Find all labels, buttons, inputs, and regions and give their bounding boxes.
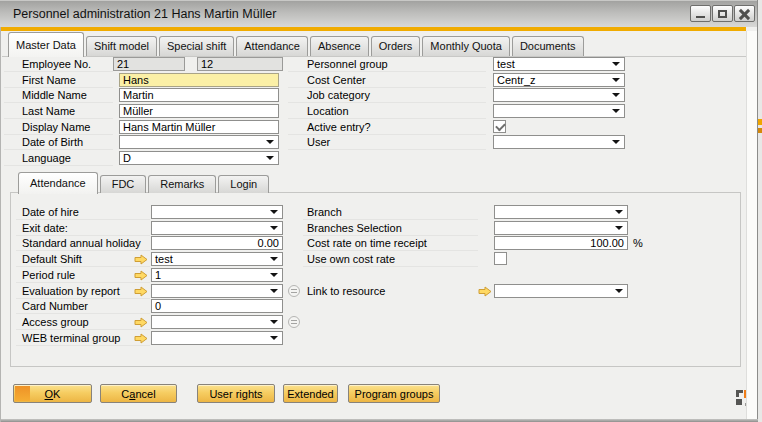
tab-documents[interactable]: Documents (512, 36, 584, 56)
default-shift-label: Default Shift (16, 251, 150, 267)
employee-no-label: Employee No. (4, 56, 113, 72)
window-left-border (0, 27, 1, 422)
date-of-birth-label: Date of Birth (4, 134, 113, 150)
last-name-label: Last Name (4, 103, 113, 119)
card-number-label: Card Number (16, 298, 150, 314)
link-arrow-icon (134, 333, 148, 344)
dropdown-arrow-icon (270, 320, 278, 324)
title-bar[interactable]: Personnel administration 21 Hans Martin … (0, 0, 758, 27)
personnel-group-select[interactable]: test (493, 57, 625, 71)
link-to-resource-label: Link to resource (303, 283, 478, 299)
exit-date-select[interactable] (151, 221, 283, 235)
list-icon (291, 320, 297, 321)
job-category-label: Job category (288, 87, 486, 103)
minimize-button[interactable] (690, 5, 711, 22)
location-label: Location (288, 103, 486, 119)
user-label: User (288, 134, 486, 150)
user-select[interactable] (493, 135, 625, 149)
background-artifact (758, 119, 762, 125)
period-rule-link-arrow[interactable] (133, 268, 149, 283)
location-select[interactable] (493, 104, 625, 118)
link-arrow-icon (134, 254, 148, 265)
dropdown-arrow-icon (615, 226, 623, 230)
branch-select[interactable] (494, 205, 628, 219)
active-entry-checkbox[interactable] (493, 120, 506, 133)
link-to-resource-select[interactable] (494, 284, 628, 298)
dropdown-arrow-icon (615, 210, 623, 214)
dropdown-arrow-icon (270, 210, 278, 214)
middle-name-input[interactable]: Martin (119, 88, 279, 102)
period-rule-select[interactable]: 1 (151, 268, 283, 282)
tab-master-data[interactable]: Master Data (8, 32, 84, 57)
web-terminal-group-select[interactable] (151, 331, 283, 345)
cost-center-select[interactable]: Centr_z (493, 73, 625, 87)
job-category-select[interactable] (493, 88, 625, 102)
last-name-input[interactable]: Müller (119, 104, 279, 118)
extended-button[interactable]: Extended (283, 384, 338, 403)
cost-center-label: Cost Center (288, 72, 486, 88)
tab-shift-model[interactable]: Shift model (86, 36, 157, 56)
access-group-options-button[interactable] (288, 316, 300, 328)
scrollbar-strip (746, 31, 757, 419)
ok-button[interactable]: OK (13, 384, 92, 403)
default-shift-link-arrow[interactable] (133, 252, 149, 267)
card-number-input[interactable]: 0 (151, 299, 283, 313)
link-arrow-icon (478, 286, 492, 297)
list-icon (291, 289, 297, 290)
window-title: Personnel administration 21 Hans Martin … (13, 1, 276, 28)
subtab-fdc[interactable]: FDC (100, 175, 147, 193)
standard-annual-holiday-input[interactable]: 0.00 (151, 236, 283, 250)
display-name-label: Display Name (4, 119, 113, 135)
subtab-attendance[interactable]: Attendance (18, 172, 98, 194)
evaluation-options-button[interactable] (288, 285, 300, 297)
use-own-cost-rate-label: Use own cost rate (303, 251, 478, 267)
program-groups-button[interactable]: Program groups (348, 384, 440, 403)
dropdown-arrow-icon (612, 78, 620, 82)
date-of-birth-select[interactable] (119, 135, 279, 149)
close-button[interactable] (734, 5, 755, 22)
dropdown-arrow-icon (270, 273, 278, 277)
middle-name-label: Middle Name (4, 87, 113, 103)
evaluation-by-report-select[interactable] (151, 284, 283, 298)
exit-date-label: Exit date: (16, 220, 150, 236)
cancel-button[interactable]: Cancel (100, 384, 177, 403)
checkmark-icon (495, 121, 506, 132)
link-arrow-icon (134, 286, 148, 297)
link-to-resource-link-arrow[interactable] (477, 284, 493, 299)
branches-selection-select[interactable] (494, 221, 628, 235)
display-name-input[interactable]: Hans Martin Müller (119, 120, 279, 134)
date-of-hire-select[interactable] (151, 205, 283, 219)
evaluation-by-report-label: Evaluation by report (16, 283, 150, 299)
tab-orders[interactable]: Orders (371, 36, 421, 56)
user-rights-button[interactable]: User rights (197, 384, 275, 403)
use-own-cost-rate-checkbox[interactable] (494, 252, 507, 265)
tab-monthly-quota[interactable]: Monthly Quota (422, 36, 510, 56)
tab-absence[interactable]: Absence (310, 36, 369, 56)
dropdown-arrow-icon (612, 140, 620, 144)
subtab-login[interactable]: Login (218, 175, 269, 193)
cost-rate-input[interactable]: 100.00 (494, 236, 628, 250)
access-group-select[interactable] (151, 315, 283, 329)
sub-tab-bar: Attendance FDC Remarks Login (18, 171, 271, 193)
evaluation-by-report-link-arrow[interactable] (133, 284, 149, 299)
dropdown-arrow-icon (266, 140, 274, 144)
first-name-input[interactable]: Hans (119, 73, 279, 87)
web-terminal-group-label: WEB terminal group (16, 330, 150, 346)
dropdown-arrow-icon (615, 289, 623, 293)
minimize-icon (696, 16, 705, 18)
web-terminal-group-link-arrow[interactable] (133, 331, 149, 346)
access-group-label: Access group (16, 314, 150, 330)
maximize-button[interactable] (712, 5, 733, 22)
employee-no-input-2[interactable]: 12 (197, 57, 283, 71)
standard-annual-holiday-label: Standard annual holiday (16, 235, 150, 251)
tab-special-shift[interactable]: Special shift (159, 36, 234, 56)
dropdown-arrow-icon (612, 109, 620, 113)
default-shift-select[interactable]: test (151, 252, 283, 266)
subtab-remarks[interactable]: Remarks (148, 175, 216, 193)
employee-no-input-1[interactable]: 21 (113, 57, 185, 71)
access-group-link-arrow[interactable] (133, 315, 149, 330)
date-of-hire-label: Date of hire (16, 204, 150, 220)
tab-attendance[interactable]: Attendance (236, 36, 308, 56)
language-select[interactable]: D (119, 151, 279, 165)
active-entry-label: Active entry? (288, 119, 486, 135)
